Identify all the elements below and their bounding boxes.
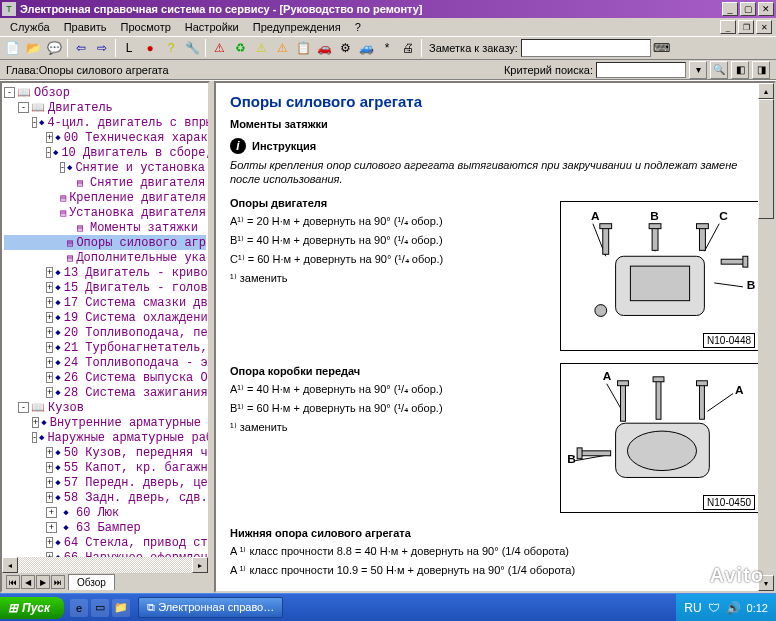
tree-expander-icon[interactable]: + [46,297,53,308]
tree-node[interactable]: -Снятие и установка д [4,160,206,175]
tab-overview[interactable]: Обзор [68,574,115,590]
search-opt1-button[interactable]: ◧ [731,61,749,79]
ql-ie-icon[interactable]: e [70,599,88,617]
search-input[interactable] [596,62,686,78]
tree-node[interactable]: Установка двигателя [4,205,206,220]
tab-last-icon[interactable]: ⏭ [51,575,65,589]
tab-next-icon[interactable]: ▶ [36,575,50,589]
tree-expander-icon[interactable]: - [18,102,29,113]
tree-node[interactable]: +00 Техническая характе [4,130,206,145]
tb-keyboard-icon[interactable]: ⌨ [652,38,672,58]
tree-node[interactable]: -Кузов [4,400,206,415]
tree-expander-icon[interactable]: + [46,372,53,383]
tb-forward-icon[interactable]: ⇨ [92,38,112,58]
tree-node[interactable]: +55 Капот, кр. багажник [4,460,206,475]
tree-node[interactable]: Снятие двигателя [4,175,206,190]
mdi-minimize-button[interactable]: _ [720,20,736,34]
tb-env-icon[interactable]: ♻ [230,38,250,58]
tb-wrench-icon[interactable]: 🔧 [182,38,202,58]
tb-doc-icon[interactable]: 📋 [293,38,313,58]
search-opt2-button[interactable]: ◨ [752,61,770,79]
tree-expander-icon[interactable]: + [32,417,39,428]
tree-node[interactable]: +63 Бампер [4,520,206,535]
tray-volume-icon[interactable]: 🔊 [726,601,741,615]
tree-node[interactable]: +21 Турбонагнетатель, п [4,340,206,355]
start-button[interactable]: ⊞ Пуск [0,597,64,619]
tree-expander-icon[interactable]: + [46,537,53,548]
close-button[interactable]: ✕ [758,2,774,16]
tree-expander-icon[interactable]: + [46,507,57,518]
menu-settings[interactable]: Настройки [179,19,247,35]
menu-help[interactable]: ? [349,19,369,35]
tree-node[interactable]: +28 Система зажигания, [4,385,206,400]
tree-node[interactable]: -Двигатель [4,100,206,115]
tree-node[interactable]: +13 Двигатель - кривоши [4,265,206,280]
search-dropdown-button[interactable]: ▾ [689,61,707,79]
tb-back-icon[interactable]: ⇦ [71,38,91,58]
tree-expander-icon[interactable]: + [46,282,53,293]
tb-top-icon[interactable]: L [119,38,139,58]
taskbar-task[interactable]: ⧉ Электронная справо… [138,597,283,618]
tree-expander-icon[interactable]: - [4,87,15,98]
tree-node[interactable]: Крепление двигателя [4,190,206,205]
menu-warnings[interactable]: Предупреждения [247,19,349,35]
nav-tree[interactable]: -Обзор-Двигатель-4-цил. двигатель с впры… [2,83,208,593]
tree-expander-icon[interactable]: + [46,462,53,473]
tb-warn1-icon[interactable]: ⚠ [209,38,229,58]
tree-node[interactable]: +58 Задн. дверь, сдв. д [4,490,206,505]
tree-expander-icon[interactable]: + [46,357,53,368]
tree-hscrollbar[interactable]: ◂▸ [2,557,208,573]
tb-print-icon[interactable]: 🖨 [398,38,418,58]
tree-expander-icon[interactable]: + [46,477,53,488]
tree-node[interactable]: +60 Люк [4,505,206,520]
tree-node[interactable]: +17 Система смазки двиг [4,295,206,310]
tb-warn3-icon[interactable]: ⚠ [272,38,292,58]
tree-expander-icon[interactable]: - [46,147,51,158]
order-note-input[interactable] [521,39,651,57]
tree-expander-icon[interactable]: + [46,312,53,323]
tree-expander-icon[interactable]: - [60,162,65,173]
search-go-button[interactable]: 🔍 [710,61,728,79]
tb-warn2-icon[interactable]: ⚠ [251,38,271,58]
tree-node[interactable]: -4-цил. двигатель с впры [4,115,206,130]
tray-lang-icon[interactable]: RU [684,601,701,615]
tab-prev-icon[interactable]: ◀ [21,575,35,589]
tree-node[interactable]: +26 Система выпуска ОГ [4,370,206,385]
minimize-button[interactable]: _ [722,2,738,16]
tree-expander-icon[interactable]: - [32,117,37,128]
tb-stamp-icon[interactable]: 💬 [44,38,64,58]
tree-node[interactable]: +20 Топливоподача, педа [4,325,206,340]
tree-node[interactable]: +24 Топливоподача - эл [4,355,206,370]
tb-part-icon[interactable]: ⚙ [335,38,355,58]
ql-desktop-icon[interactable]: ▭ [91,599,109,617]
tree-node[interactable]: -10 Двигатель в сборе, [4,145,206,160]
tb-wand-icon[interactable]: * [377,38,397,58]
tree-node[interactable]: -Обзор [4,85,206,100]
tree-expander-icon[interactable]: + [46,342,53,353]
content-vscrollbar[interactable]: ▴ ▾ [758,83,774,591]
tree-node[interactable]: Моменты затяжки [4,220,206,235]
tree-expander-icon[interactable]: + [46,492,53,503]
maximize-button[interactable]: ▢ [740,2,756,16]
mdi-restore-button[interactable]: ❐ [738,20,754,34]
tree-node[interactable]: Дополнительные ука [4,250,206,265]
tb-car-icon[interactable]: 🚗 [314,38,334,58]
tree-expander-icon[interactable]: + [46,447,53,458]
tree-node[interactable]: +15 Двигатель - головка [4,280,206,295]
tb-gear-icon[interactable]: 🚙 [356,38,376,58]
tb-new-icon[interactable]: 📄 [2,38,22,58]
tree-expander-icon[interactable]: - [32,432,37,443]
tray-shield-icon[interactable]: 🛡 [708,601,720,615]
tree-expander-icon[interactable]: + [46,327,53,338]
menu-view[interactable]: Просмотр [115,19,179,35]
tree-node[interactable]: +64 Стекла, привод стек [4,535,206,550]
tree-node[interactable]: Опоры силового агр [4,235,206,250]
tree-node[interactable]: +50 Кузов, передняя час [4,445,206,460]
mdi-close-button[interactable]: ✕ [756,20,772,34]
tb-info-icon[interactable]: ● [140,38,160,58]
menu-service[interactable]: Служба [4,19,58,35]
tree-node[interactable]: -Наружные арматурные раб [4,430,206,445]
tb-open-icon[interactable]: 📂 [23,38,43,58]
tree-expander-icon[interactable]: - [18,402,29,413]
tree-expander-icon[interactable]: + [46,522,57,533]
